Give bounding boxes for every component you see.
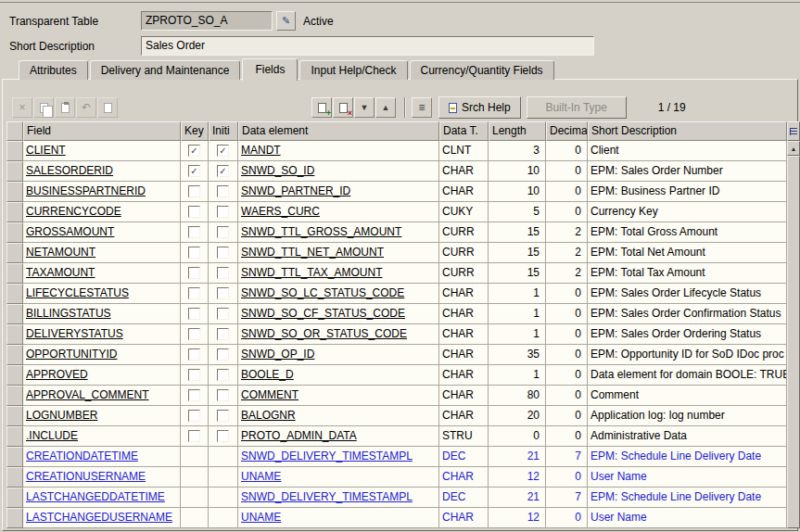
row-selector[interactable]: [6, 386, 23, 406]
field-name-link[interactable]: BUSINESSPARTNERID: [23, 182, 181, 202]
initial-checkbox-cell[interactable]: [209, 263, 238, 284]
tab-input-help-check[interactable]: Input Help/Check: [299, 60, 407, 80]
data-element-link[interactable]: SNWD_SO_ID: [238, 161, 439, 182]
checkbox[interactable]: [188, 247, 200, 259]
data-element-link[interactable]: SNWD_OP_ID: [238, 345, 439, 365]
row-selector[interactable]: [6, 345, 23, 365]
checkbox[interactable]: [217, 410, 229, 422]
data-element-link[interactable]: SNWD_DELIVERY_TIMESTAMPL: [238, 447, 439, 467]
key-checkbox-cell[interactable]: [181, 467, 209, 488]
display-change-button[interactable]: ✎: [276, 11, 296, 31]
field-name-link[interactable]: LASTCHANGEDUSERNAME: [23, 508, 181, 528]
checkbox[interactable]: [217, 348, 229, 361]
checkbox[interactable]: [217, 430, 229, 442]
expand-button[interactable]: ▲: [375, 97, 396, 118]
row-selector[interactable]: [6, 263, 23, 284]
key-checkbox-cell[interactable]: [181, 365, 209, 386]
data-element-link[interactable]: SNWD_SO_OR_STATUS_CODE: [238, 324, 439, 345]
checkbox[interactable]: ✓: [188, 165, 200, 177]
checkbox[interactable]: [188, 410, 200, 422]
initial-checkbox-cell[interactable]: [209, 447, 238, 467]
data-element-link[interactable]: BOOLE_D: [238, 365, 439, 386]
row-selector[interactable]: [6, 222, 23, 243]
paste-button[interactable]: [55, 97, 75, 118]
field-name-link[interactable]: LASTCHANGEDDATETIME: [23, 488, 181, 508]
key-checkbox-cell[interactable]: [181, 508, 209, 528]
copy-button[interactable]: [33, 97, 54, 118]
field-name-link[interactable]: NETAMOUNT: [23, 243, 181, 263]
row-selector[interactable]: [6, 365, 23, 386]
cut-button[interactable]: ×: [12, 97, 32, 118]
key-checkbox-cell[interactable]: [181, 284, 209, 304]
initial-checkbox-cell[interactable]: [209, 202, 238, 222]
initial-checkbox-cell[interactable]: [209, 508, 238, 528]
row-selector[interactable]: [6, 243, 23, 263]
initial-checkbox-cell[interactable]: [209, 488, 238, 508]
key-checkbox-cell[interactable]: [181, 406, 209, 426]
key-checkbox-cell[interactable]: [181, 243, 209, 263]
row-selector[interactable]: [6, 426, 23, 447]
undo-button[interactable]: ↶: [76, 97, 96, 118]
row-selector[interactable]: [6, 406, 23, 426]
hierarchy-button[interactable]: ≡: [412, 97, 432, 118]
data-element-link[interactable]: SNWD_TTL_NET_AMOUNT: [238, 243, 439, 263]
scroll-up-button[interactable]: ▲: [787, 141, 800, 156]
checkbox[interactable]: [188, 328, 200, 340]
checkbox[interactable]: [217, 206, 229, 218]
data-element-link[interactable]: BALOGNR: [238, 406, 439, 426]
field-name-link[interactable]: BILLINGSTATUS: [23, 304, 181, 324]
row-selector[interactable]: [6, 141, 23, 161]
checkbox[interactable]: [188, 430, 200, 442]
field-name-link[interactable]: LIFECYCLESTATUS: [23, 284, 181, 304]
checkbox[interactable]: [188, 226, 200, 238]
checkbox[interactable]: [188, 348, 200, 361]
initial-checkbox-cell[interactable]: [209, 182, 238, 202]
checkbox[interactable]: [188, 206, 200, 218]
checkbox[interactable]: [217, 369, 229, 381]
field-name-link[interactable]: TAXAMOUNT: [23, 263, 181, 284]
key-checkbox-cell[interactable]: [181, 324, 209, 345]
row-selector[interactable]: [6, 284, 23, 304]
checkbox[interactable]: [188, 369, 200, 381]
checkbox[interactable]: [217, 389, 229, 401]
key-checkbox-cell[interactable]: [181, 386, 209, 406]
field-name-link[interactable]: CREATIONDATETIME: [23, 447, 181, 467]
initial-checkbox-cell[interactable]: [209, 243, 238, 263]
data-element-link[interactable]: SNWD_TTL_TAX_AMOUNT: [238, 263, 439, 284]
row-selector[interactable]: [6, 467, 23, 488]
field-name-link[interactable]: CLIENT: [23, 141, 181, 161]
key-checkbox-cell[interactable]: [181, 488, 209, 508]
initial-checkbox-cell[interactable]: [209, 324, 238, 345]
initial-checkbox-cell[interactable]: [209, 386, 238, 406]
tab-attributes[interactable]: Attributes: [19, 60, 88, 80]
key-checkbox-cell[interactable]: [181, 263, 209, 284]
checkbox[interactable]: [188, 287, 200, 299]
data-element-link[interactable]: SNWD_SO_LC_STATUS_CODE: [238, 284, 439, 304]
checkbox[interactable]: ✓: [217, 145, 229, 157]
checkbox[interactable]: [188, 389, 200, 401]
initial-checkbox-cell[interactable]: [209, 467, 238, 488]
row-selector[interactable]: [6, 447, 23, 467]
row-selector[interactable]: [6, 182, 23, 202]
key-checkbox-cell[interactable]: [181, 345, 209, 365]
initial-checkbox-cell[interactable]: ✓: [209, 141, 238, 161]
initial-checkbox-cell[interactable]: [209, 365, 238, 386]
checkbox[interactable]: [188, 185, 200, 197]
insert-row-button[interactable]: +: [311, 97, 332, 118]
row-selector[interactable]: [6, 202, 23, 222]
field-name-link[interactable]: GROSSAMOUNT: [23, 222, 181, 243]
key-checkbox-cell[interactable]: ✓: [181, 161, 209, 182]
field-name-link[interactable]: CURRENCYCODE: [23, 202, 181, 222]
checkbox[interactable]: [188, 308, 200, 320]
data-element-link[interactable]: WAERS_CURC: [238, 202, 439, 222]
initial-checkbox-cell[interactable]: [209, 426, 238, 447]
field-name-link[interactable]: APPROVAL_COMMENT: [23, 386, 181, 406]
initial-checkbox-cell[interactable]: ✓: [209, 161, 238, 182]
field-name-link[interactable]: OPPORTUNITYID: [23, 345, 181, 365]
data-element-link[interactable]: COMMENT: [238, 386, 439, 406]
initial-checkbox-cell[interactable]: [209, 406, 238, 426]
row-selector[interactable]: [6, 324, 23, 345]
field-name-link[interactable]: LOGNUMBER: [23, 406, 181, 426]
checkbox[interactable]: [188, 267, 200, 279]
data-element-link[interactable]: SNWD_SO_CF_STATUS_CODE: [238, 304, 439, 324]
